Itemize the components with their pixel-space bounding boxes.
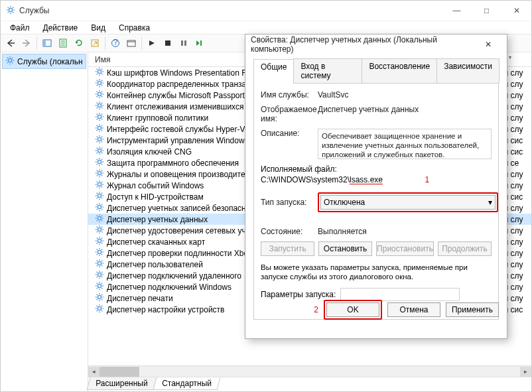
svg-point-90	[98, 137, 101, 141]
tab-general[interactable]: Общие	[253, 59, 294, 84]
apply-button[interactable]: Применить	[446, 302, 499, 317]
svg-line-96	[101, 141, 102, 142]
svg-line-177	[101, 243, 102, 243]
annotation-1: 1	[425, 175, 429, 184]
lbl-display-name: Отображаемое имя:	[261, 105, 318, 123]
list-item-label: Диспетчер пользователей	[107, 260, 203, 269]
svg-point-45	[98, 81, 101, 84]
lbl-start-params: Параметры запуска:	[261, 290, 340, 299]
svg-line-80	[101, 114, 102, 115]
svg-line-53	[101, 80, 102, 81]
tab-standard[interactable]: Стандартный	[153, 377, 220, 390]
tree-node-services[interactable]: Службы (локальн	[2, 54, 86, 69]
svg-line-104	[97, 148, 98, 149]
menu-file[interactable]: Файл	[3, 22, 36, 34]
svg-line-223	[97, 299, 98, 300]
svg-point-126	[98, 182, 101, 186]
svg-point-189	[98, 261, 101, 265]
svg-point-72	[98, 115, 101, 118]
svg-line-97	[97, 141, 98, 142]
restart-service-button[interactable]	[192, 36, 207, 50]
menu-help[interactable]: Справка	[112, 22, 157, 34]
tab-dependencies[interactable]: Зависимости	[436, 58, 499, 83]
svg-point-171	[98, 239, 101, 242]
svg-line-77	[97, 114, 98, 115]
list-item-label: Диспетчер удостоверения сетевых уча…	[107, 226, 258, 235]
svg-line-213	[101, 288, 102, 289]
gear-icon	[95, 101, 104, 112]
properties-icon[interactable]	[56, 36, 70, 50]
app-gear-icon	[6, 5, 15, 17]
scroll-thumb[interactable]	[100, 367, 139, 377]
svg-line-143	[101, 193, 102, 194]
menu-action[interactable]: Действие	[36, 22, 85, 34]
start-button[interactable]: Запустить	[261, 241, 314, 256]
pause-service-button[interactable]	[176, 36, 191, 50]
svg-rect-21	[127, 40, 135, 46]
svg-line-95	[97, 137, 98, 137]
svg-point-27	[8, 58, 11, 62]
dialog-close-button[interactable]: ✕	[475, 35, 501, 54]
svg-line-124	[97, 175, 98, 176]
list-item-label: Диспетчер проверки подлинности Xbo…	[107, 249, 256, 258]
svg-point-216	[98, 295, 101, 298]
tab-extended[interactable]: Расширенный	[86, 377, 157, 390]
val-state: Выполняется	[318, 227, 492, 236]
export-icon[interactable]	[88, 36, 102, 50]
ok-button[interactable]: OK	[326, 302, 379, 317]
stop-service-button[interactable]	[161, 36, 175, 50]
list-item-label: Диспетчер подключений Windows	[107, 283, 232, 292]
refresh-button[interactable]	[72, 36, 86, 50]
svg-point-81	[98, 126, 101, 129]
col-name[interactable]: Имя	[95, 55, 241, 64]
stop-button[interactable]: Остановить	[318, 241, 372, 256]
list-item-label: Интерфейс гостевой службы Hyper-V	[107, 125, 245, 134]
gear-icon	[95, 135, 104, 146]
svg-line-203	[97, 272, 98, 273]
gear-icon	[95, 293, 104, 304]
list-item-label: Диспетчер учетных данных	[107, 215, 208, 224]
back-button[interactable]	[3, 36, 18, 50]
menu-view[interactable]: Вид	[84, 22, 112, 34]
start-params-input[interactable]	[340, 288, 460, 301]
val-exec-path-prefix: C:\WINDOWS\system32\	[261, 175, 350, 184]
forward-button[interactable]	[19, 36, 34, 50]
lbl-startup-type: Тип запуска:	[261, 198, 318, 207]
startup-type-select[interactable]: Отключена ▾	[320, 195, 496, 210]
toolbar-window-icon[interactable]	[124, 36, 139, 50]
close-button[interactable]: ✕	[501, 1, 531, 21]
minimize-button[interactable]: —	[442, 1, 472, 21]
description-textbox[interactable]: Обеспечивает защищенное хранение и извле…	[318, 129, 492, 159]
svg-line-122	[97, 170, 98, 171]
svg-line-142	[97, 198, 98, 198]
titlebar: Службы — □ ✕	[1, 1, 531, 21]
svg-line-61	[97, 96, 98, 97]
svg-line-42	[101, 74, 102, 74]
scroll-left-button[interactable]: ◂	[88, 367, 100, 377]
list-item-label: Защита программного обеспечения	[107, 159, 239, 168]
svg-line-230	[97, 306, 98, 306]
lbl-service-name: Имя службы:	[261, 90, 318, 99]
cancel-button[interactable]: Отмена	[387, 302, 440, 317]
resume-button[interactable]: Продолжить	[438, 241, 492, 256]
toolbar-separator	[36, 36, 37, 50]
tab-logon[interactable]: Вход в систему	[293, 58, 362, 83]
svg-line-62	[101, 92, 102, 92]
start-service-button[interactable]	[145, 36, 159, 50]
svg-line-125	[101, 170, 102, 171]
dialog-buttons: 2 OK Отмена Применить	[314, 300, 499, 320]
svg-point-36	[98, 70, 101, 73]
tab-recovery[interactable]: Восстановление	[362, 58, 437, 83]
svg-line-188	[101, 249, 102, 250]
pause-button[interactable]: Приостановить	[376, 241, 434, 256]
lbl-description: Описание:	[261, 129, 318, 138]
scroll-right-button[interactable]: ▸	[520, 367, 531, 377]
gear-icon	[95, 270, 104, 281]
maximize-button[interactable]: □	[472, 1, 501, 21]
show-hide-tree-button[interactable]	[40, 36, 54, 50]
help-button[interactable]: ?	[108, 36, 123, 50]
horizontal-scrollbar[interactable]: ◂ ▸	[88, 365, 531, 377]
svg-rect-12	[43, 40, 46, 46]
svg-line-7	[8, 12, 9, 13]
dialog-title: Свойства: Диспетчер учетных данных (Лока…	[251, 35, 475, 54]
